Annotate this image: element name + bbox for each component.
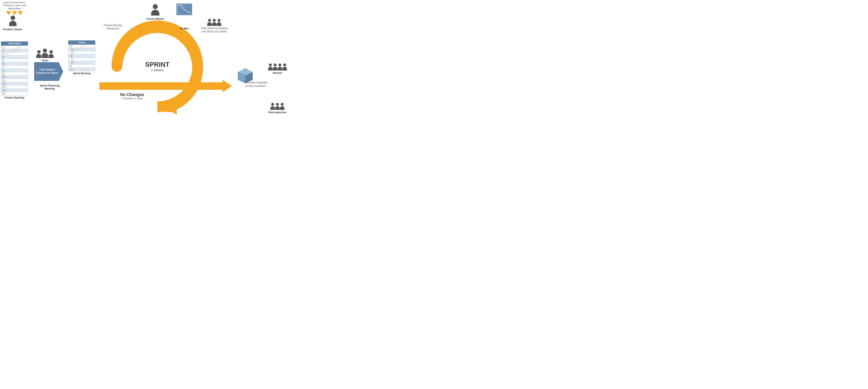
input-label: Input from End-Users, Customers, Team, a… — [1, 1, 28, 10]
input-section: Input from End-Users, Customers, Team, a… — [1, 1, 28, 17]
retro-p1 — [270, 103, 275, 110]
review-section: Review — [265, 60, 290, 75]
scrum-master-icon — [151, 4, 159, 16]
retro-p2 — [275, 103, 280, 110]
standup-section: Daily Stand-Up Meeting and Sprint Log Up… — [201, 16, 228, 33]
team-label: Team — [36, 59, 54, 62]
sprint-center-text: SPRINT 2 Weeks — [145, 61, 169, 72]
sprint-planning-label-container: Sprint Planning Meeting — [35, 83, 64, 90]
review-p1 — [268, 63, 273, 71]
feature-row-1: 2.) — [1, 49, 28, 52]
feature-row-11: 12.) — [1, 82, 28, 85]
big-arrow-shape — [99, 80, 232, 92]
feature-row-12: 13.) — [1, 85, 28, 89]
team-person-right — [49, 50, 54, 58]
team-section: Team — [36, 47, 54, 62]
retrospective-section: Retrospective — [265, 100, 290, 114]
standup-p2 — [212, 19, 217, 26]
standup-p1 — [207, 19, 212, 26]
feature-row-9: 10.) — [1, 76, 28, 79]
burndown-chart-icon — [176, 3, 192, 16]
arrow-down-3 — [18, 11, 23, 15]
scrum-master-label: Scrum Master — [145, 17, 165, 20]
sprint-weeks: 2 Weeks — [145, 68, 169, 72]
scrum-diagram: Input from End-Users, Customers, Team, a… — [0, 0, 290, 130]
task-row-5: b.) — [68, 61, 95, 64]
product-backlog-section: FEATURES 1.)2.)3.)4.)5.)6.)7.)8.)9.)10.)… — [1, 41, 28, 99]
standup-p3 — [217, 19, 221, 26]
scrum-master-section: Scrum Master — [145, 4, 165, 20]
refinement-label: Product Backlog Refinement — [101, 24, 124, 30]
chevron-shape: Team Selects Features for Sprint — [34, 62, 63, 81]
no-changes-label-container: No Changes In Duration or Goal — [120, 92, 144, 100]
feature-row-6: 7.) — [1, 65, 28, 69]
feature-row-2: 3.) — [1, 52, 28, 56]
no-changes-title: No Changes — [120, 92, 144, 97]
task-row-2: b.) — [68, 51, 95, 55]
standup-label: Daily Stand-Up Meeting and Sprint Log Up… — [201, 27, 228, 33]
retro-p3 — [280, 103, 284, 110]
standup-icon — [201, 16, 228, 26]
sprint-backlog-section: TASKS 1.)a.)b.)2.)a.)b.)3.)a.) Sprint Ba… — [68, 40, 95, 75]
feature-row-7: 8.) — [1, 69, 28, 72]
potentially-shippable-label: Potentially Shippable Product Increment — [243, 81, 268, 88]
features-header: FEATURES — [1, 42, 28, 46]
task-row-7: a.) — [68, 68, 95, 71]
product-owner-icon — [9, 16, 17, 26]
product-owner-section: Product Owner — [3, 16, 22, 31]
feature-row-5: 6.) — [1, 62, 28, 65]
review-label: Review — [265, 71, 290, 75]
retro-icon — [265, 100, 290, 110]
task-row-1: a.) — [68, 48, 95, 51]
fifteen-min-label: 15 Min. — [180, 27, 189, 30]
burndown-section — [176, 3, 192, 17]
arrow-down-2 — [12, 11, 17, 15]
team-person-center — [42, 49, 48, 58]
review-p2 — [273, 63, 277, 71]
feature-row-10: 11.) — [1, 79, 28, 82]
no-changes-sub: In Duration or Goal — [120, 97, 144, 100]
feature-row-14: 15.) — [1, 92, 28, 95]
tasks-header: TASKS — [68, 40, 95, 45]
team-person-left — [36, 50, 41, 58]
review-p4 — [282, 63, 287, 71]
review-p3 — [278, 63, 282, 71]
sprint-planning-arrow: Team Selects Features for Sprint — [34, 62, 63, 83]
input-arrows — [1, 11, 28, 15]
features-table: FEATURES 1.)2.)3.)4.)5.)6.)7.)8.)9.)10.)… — [1, 41, 28, 95]
team-icon — [36, 47, 54, 58]
sprint-planning-text: Team Selects Features for Sprint — [34, 68, 60, 75]
no-changes-arrow — [99, 80, 232, 92]
tasks-table: TASKS 1.)a.)b.)2.)a.)b.)3.)a.) — [68, 40, 95, 71]
sprint-backlog-label: Sprint Backlog — [68, 72, 95, 75]
feature-row-0: 1.) — [1, 46, 28, 49]
task-row-3: 2.) — [68, 55, 95, 58]
product-owner-label: Product Owner — [3, 28, 22, 31]
retro-label: Retrospective — [265, 111, 290, 114]
sprint-label: SPRINT — [145, 61, 169, 68]
product-backlog-label: Product Backlog — [1, 96, 28, 99]
task-row-0: 1.) — [68, 45, 95, 48]
task-row-4: a.) — [68, 58, 95, 61]
sprint-planning-label: Sprint Planning Meeting — [35, 84, 64, 90]
task-row-6: 3.) — [68, 64, 95, 68]
arrow-down-1 — [6, 11, 11, 15]
review-icon — [265, 60, 290, 71]
feature-row-8: 9.) — [1, 72, 28, 76]
feature-row-13: 14.) — [1, 89, 28, 92]
feature-row-4: 5.) — [1, 59, 28, 62]
feature-row-3: 4.) — [1, 56, 28, 59]
